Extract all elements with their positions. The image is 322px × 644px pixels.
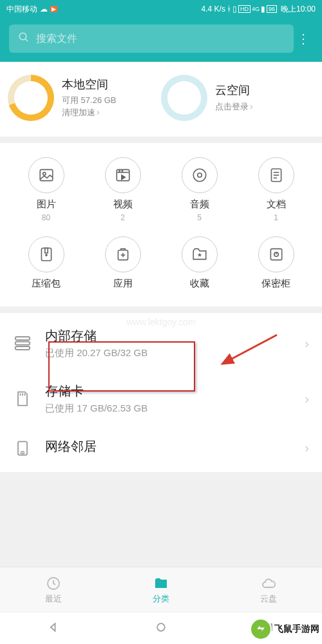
nav-cloud-label: 云盘 — [260, 593, 277, 605]
internal-storage-icon — [12, 334, 33, 353]
search-input[interactable]: 搜索文件 — [9, 24, 294, 53]
svg-rect-14 — [44, 248, 47, 253]
network-neighbor-item[interactable]: 网络邻居 › — [0, 426, 322, 469]
network-icon: 4G — [252, 6, 260, 12]
nav-category[interactable]: 分类 — [108, 567, 215, 612]
app-header: 搜索文件 ⋮ — [0, 18, 322, 62]
sd-card-sub: 已使用 17 GB/62.53 GB — [45, 402, 147, 415]
cloud-space-title: 云空间 — [215, 82, 253, 98]
image-icon — [28, 157, 64, 193]
svg-rect-2 — [40, 169, 53, 180]
svg-rect-26 — [18, 441, 27, 455]
back-button[interactable] — [47, 621, 60, 636]
hd-icon: HD — [238, 5, 251, 13]
document-icon — [258, 157, 294, 193]
local-space-action[interactable]: 清理加速› — [62, 106, 117, 119]
chevron-right-icon: › — [97, 106, 100, 119]
chevron-right-icon: › — [305, 392, 309, 406]
nav-cloud[interactable]: 云盘 — [214, 567, 322, 612]
category-doc[interactable]: 文档 1 — [238, 157, 314, 222]
zip-icon — [28, 236, 64, 272]
safe-icon — [258, 236, 294, 272]
local-space-title: 本地空间 — [62, 77, 117, 92]
space-card: 本地空间 可用 57.26 GB 清理加速› 云空间 点击登录› — [0, 62, 322, 137]
svg-point-0 — [19, 33, 26, 40]
battery-box: 96 — [267, 5, 277, 13]
bluetooth-icon: ᚼ — [227, 5, 231, 14]
network-neighbor-title: 网络邻居 — [45, 438, 97, 455]
divider — [0, 307, 322, 313]
sd-card-item[interactable]: 存储卡 已使用 17 GB/62.53 GB › — [0, 371, 322, 426]
cloud-space-item[interactable]: 云空间 点击登录› — [161, 75, 314, 121]
svg-rect-21 — [15, 342, 30, 345]
weather-icon: ☁ — [40, 5, 48, 14]
cloud-space-action[interactable]: 点击登录› — [215, 100, 253, 113]
nav-category-label: 分类 — [153, 593, 169, 605]
category-video[interactable]: 视频 2 — [84, 157, 161, 222]
svg-point-3 — [43, 173, 45, 175]
category-safe[interactable]: 保密柜 — [238, 236, 314, 292]
svg-point-5 — [118, 171, 120, 172]
local-space-available: 可用 57.26 GB — [62, 95, 117, 106]
search-placeholder: 搜索文件 — [36, 32, 77, 46]
app-icon — [105, 236, 141, 272]
category-app[interactable]: 应用 — [84, 236, 161, 292]
chevron-right-icon: › — [305, 440, 309, 455]
search-icon — [18, 32, 30, 46]
nav-recent[interactable]: 最近 — [0, 567, 108, 612]
chevron-right-icon: › — [250, 100, 253, 113]
svg-rect-20 — [15, 337, 30, 340]
signal-icon: ▮ — [261, 5, 265, 14]
status-bar: 中国移动 ☁ ▶ 4.4 K/s ᚼ ▯ HD 4G ▮ 96 晚上10:00 — [0, 0, 322, 18]
video-icon — [105, 157, 141, 193]
storage-list: 内部存储 已使用 20.27 GB/32 GB › 存储卡 已使用 17 GB/… — [0, 313, 322, 472]
home-button[interactable] — [155, 621, 167, 636]
internal-storage-item[interactable]: 内部存储 已使用 20.27 GB/32 GB › — [0, 316, 322, 371]
clock-icon — [45, 575, 62, 592]
local-usage-ring-icon — [8, 75, 54, 121]
category-archive[interactable]: 压缩包 — [8, 236, 84, 292]
vibrate-icon: ▯ — [232, 5, 237, 14]
sd-card-title: 存储卡 — [45, 383, 147, 400]
bottom-nav: 最近 分类 云盘 — [0, 567, 322, 612]
svg-point-15 — [45, 254, 46, 256]
svg-point-8 — [197, 173, 202, 178]
recents-button[interactable] — [262, 621, 275, 636]
more-button[interactable]: ⋮ — [294, 31, 313, 46]
network-icon — [12, 439, 33, 458]
cloud-usage-ring-icon — [161, 75, 207, 121]
carrier-label: 中国移动 — [6, 4, 37, 15]
time-label: 晚上10:00 — [281, 4, 316, 15]
category-grid: 图片 80 视频 2 音频 5 文档 1 压缩包 应用 — [0, 143, 322, 307]
svg-point-7 — [193, 169, 206, 182]
cloud-icon — [260, 575, 277, 592]
category-fav[interactable]: 收藏 — [161, 236, 238, 292]
internal-storage-sub: 已使用 20.27 GB/32 GB — [45, 347, 147, 359]
category-audio[interactable]: 音频 5 — [161, 157, 238, 222]
svg-line-1 — [25, 39, 28, 41]
chevron-right-icon: › — [305, 336, 309, 351]
category-image[interactable]: 图片 80 — [8, 157, 84, 222]
svg-point-29 — [157, 623, 165, 631]
star-folder-icon — [182, 236, 218, 272]
divider — [0, 137, 322, 143]
internal-storage-title: 内部存储 — [45, 327, 147, 345]
app-icon: ▶ — [50, 6, 57, 12]
local-space-item[interactable]: 本地空间 可用 57.26 GB 清理加速› — [8, 75, 161, 121]
sd-card-icon — [12, 389, 33, 408]
svg-rect-22 — [15, 346, 30, 350]
folder-icon — [153, 575, 169, 592]
nav-recent-label: 最近 — [45, 593, 62, 605]
net-speed: 4.4 K/s — [202, 5, 225, 14]
svg-point-6 — [122, 171, 123, 172]
audio-icon — [182, 157, 218, 193]
system-nav — [0, 612, 322, 644]
svg-rect-30 — [265, 624, 272, 630]
